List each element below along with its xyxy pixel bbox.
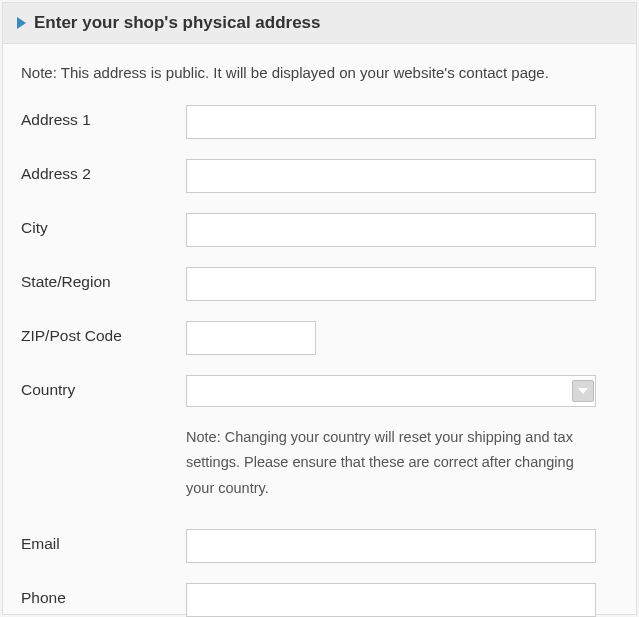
input-city[interactable] <box>186 213 596 247</box>
input-state[interactable] <box>186 267 596 301</box>
row-address1: Address 1 <box>21 105 618 139</box>
label-city: City <box>21 213 186 237</box>
input-address1[interactable] <box>186 105 596 139</box>
label-state: State/Region <box>21 267 186 291</box>
input-address2[interactable] <box>186 159 596 193</box>
select-country[interactable] <box>186 375 596 407</box>
panel-title: Enter your shop's physical address <box>34 13 321 33</box>
address-panel: Enter your shop's physical address Note:… <box>2 2 637 615</box>
row-phone: Phone <box>21 583 618 617</box>
input-email[interactable] <box>186 529 596 563</box>
row-email: Email <box>21 529 618 563</box>
row-address2: Address 2 <box>21 159 618 193</box>
row-state: State/Region <box>21 267 618 301</box>
label-phone: Phone <box>21 583 186 607</box>
row-zip: ZIP/Post Code <box>21 321 618 355</box>
label-email: Email <box>21 529 186 553</box>
panel-header[interactable]: Enter your shop's physical address <box>3 3 636 44</box>
input-zip[interactable] <box>186 321 316 355</box>
input-phone[interactable] <box>186 583 596 617</box>
row-country: Country Note: Changing your country will… <box>21 375 618 501</box>
country-select-wrap <box>186 375 596 407</box>
expand-icon <box>17 17 26 29</box>
country-change-note: Note: Changing your country will reset y… <box>186 425 596 501</box>
public-address-note: Note: This address is public. It will be… <box>21 64 618 81</box>
panel-body: Note: This address is public. It will be… <box>3 44 636 613</box>
label-zip: ZIP/Post Code <box>21 321 186 345</box>
label-address1: Address 1 <box>21 105 186 129</box>
label-country: Country <box>21 375 186 399</box>
label-address2: Address 2 <box>21 159 186 183</box>
row-city: City <box>21 213 618 247</box>
